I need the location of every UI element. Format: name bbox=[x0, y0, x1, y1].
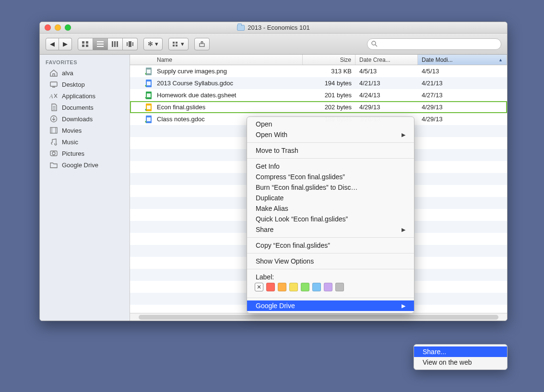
share-button[interactable] bbox=[194, 38, 210, 50]
file-modified: 4/21/13 bbox=[418, 80, 507, 87]
menu-item[interactable]: Share ▶ bbox=[247, 224, 414, 235]
sidebar-item-label: Movies bbox=[62, 127, 82, 134]
sidebar-item-documents[interactable]: Documents bbox=[40, 102, 130, 113]
svg-rect-8 bbox=[114, 41, 116, 47]
svg-rect-3 bbox=[86, 45, 88, 47]
folder-icon bbox=[237, 25, 245, 31]
view-mode-buttons bbox=[78, 38, 138, 50]
list-view-button[interactable] bbox=[93, 38, 108, 50]
file-modified: 4/27/13 bbox=[418, 92, 507, 99]
file-modified: 4/29/13 bbox=[418, 104, 507, 111]
svg-rect-43 bbox=[147, 117, 151, 121]
file-created: 4/24/13 bbox=[355, 92, 418, 99]
file-size: 201 bytes bbox=[303, 92, 355, 99]
label-color-swatch[interactable] bbox=[335, 283, 344, 291]
submenu-item-label: View on the web bbox=[423, 358, 472, 366]
folder-icon bbox=[49, 161, 58, 169]
label-color-swatch[interactable] bbox=[312, 283, 321, 291]
sidebar-item-label: Desktop bbox=[62, 81, 85, 88]
menu-item[interactable]: Burn “Econ final.gslides” to Disc… bbox=[247, 182, 414, 193]
column-header-size[interactable]: Size bbox=[303, 55, 355, 65]
menu-separator bbox=[247, 158, 414, 159]
file-icon bbox=[144, 67, 153, 76]
label-color-swatch[interactable] bbox=[289, 283, 298, 291]
sidebar-item-label: Pictures bbox=[62, 150, 84, 157]
svg-point-18 bbox=[372, 41, 376, 45]
coverflow-view-button[interactable] bbox=[123, 38, 138, 50]
menu-item-label: Get Info bbox=[256, 162, 280, 170]
label-color-swatch[interactable] bbox=[324, 283, 332, 291]
sidebar-item-applications[interactable]: A Applications bbox=[40, 90, 130, 102]
icon-view-button[interactable] bbox=[78, 38, 93, 50]
file-name: 2013 Course Syllabus.gdoc bbox=[157, 80, 233, 87]
arrange-menu-button[interactable]: ▾ bbox=[168, 38, 189, 50]
menu-item[interactable]: Compress “Econ final.gslides” bbox=[247, 172, 414, 182]
minimize-icon[interactable] bbox=[55, 24, 61, 31]
submenu-arrow-icon: ▶ bbox=[402, 303, 405, 309]
table-row[interactable]: 2013 Course Syllabus.gdoc 194 bytes 4/21… bbox=[130, 77, 507, 89]
file-created: 4/5/13 bbox=[355, 68, 418, 75]
file-created: 4/21/13 bbox=[355, 80, 418, 87]
svg-rect-1 bbox=[86, 41, 88, 44]
svg-rect-20 bbox=[50, 82, 57, 86]
label-color-swatch[interactable] bbox=[266, 283, 275, 291]
menu-item[interactable]: Make Alias bbox=[247, 203, 414, 214]
menu-item[interactable]: Show View Options bbox=[247, 256, 414, 266]
menu-item[interactable]: Copy “Econ final.gslides” bbox=[247, 240, 414, 251]
menu-item[interactable]: Open With ▶ bbox=[247, 129, 414, 140]
column-header-modified[interactable]: Date Modi... ▲ bbox=[418, 55, 507, 65]
menu-label-header: Label: bbox=[247, 272, 414, 281]
sidebar-item-label: Documents bbox=[62, 104, 94, 111]
menu-item[interactable]: Open bbox=[247, 119, 414, 129]
window-title: 2013 - Economics 101 bbox=[248, 24, 309, 31]
column-header-name[interactable]: Name bbox=[130, 55, 303, 65]
horizontal-scrollbar[interactable] bbox=[130, 313, 507, 321]
svg-rect-12 bbox=[132, 42, 133, 46]
sidebar-item-home[interactable]: alva bbox=[40, 67, 130, 79]
label-color-swatch[interactable] bbox=[278, 283, 286, 291]
close-icon[interactable] bbox=[45, 24, 51, 31]
submenu-arrow-icon: ▶ bbox=[402, 132, 405, 138]
sidebar-item-label: Downloads bbox=[62, 115, 93, 123]
forward-button[interactable]: ▶ bbox=[59, 38, 72, 50]
table-row[interactable]: Supply curve images.png 313 KB 4/5/13 4/… bbox=[130, 65, 507, 77]
file-name: Homework due dates.gsheet bbox=[157, 92, 236, 99]
menu-item[interactable]: Google Drive ▶ bbox=[247, 300, 414, 311]
column-view-button[interactable] bbox=[108, 38, 123, 50]
file-size: 194 bytes bbox=[303, 80, 355, 87]
svg-rect-13 bbox=[173, 42, 175, 44]
action-menu-button[interactable]: ✻ ▾ bbox=[143, 38, 163, 50]
svg-rect-14 bbox=[176, 42, 177, 44]
sidebar-item-desktop[interactable]: Desktop bbox=[40, 79, 130, 90]
menu-item[interactable]: Quick Look “Econ final.gslides” bbox=[247, 214, 414, 224]
sidebar-item-google-drive[interactable]: Google Drive bbox=[40, 159, 130, 171]
submenu-item-label: Share... bbox=[423, 348, 446, 356]
sidebar-item-movies[interactable]: Movies bbox=[40, 125, 130, 136]
submenu-item[interactable]: View on the web bbox=[414, 357, 507, 368]
sidebar-item-label: Google Drive bbox=[62, 161, 98, 169]
sidebar-header: FAVORITES bbox=[40, 58, 130, 67]
sidebar-item-label: Applications bbox=[62, 92, 95, 100]
back-button[interactable]: ◀ bbox=[46, 38, 59, 50]
menu-item[interactable]: Duplicate bbox=[247, 193, 414, 203]
file-size: 313 KB bbox=[303, 68, 355, 75]
column-header-created[interactable]: Date Crea... bbox=[355, 55, 418, 65]
svg-rect-7 bbox=[112, 41, 113, 47]
search-input[interactable] bbox=[367, 38, 501, 50]
file-icon bbox=[144, 91, 153, 100]
sidebar-item-music[interactable]: Music bbox=[40, 136, 130, 148]
label-color-swatch[interactable] bbox=[301, 283, 309, 291]
menu-item[interactable]: Move to Trash bbox=[247, 145, 414, 156]
menu-item[interactable]: Get Info bbox=[247, 161, 414, 172]
submenu-item[interactable]: Share... bbox=[414, 346, 507, 357]
sidebar-item-downloads[interactable]: Downloads bbox=[40, 113, 130, 125]
svg-rect-35 bbox=[147, 69, 151, 73]
zoom-icon[interactable] bbox=[65, 24, 71, 31]
table-row[interactable]: Econ final.gslides 202 bytes 4/29/13 4/2… bbox=[130, 101, 507, 113]
menu-item-label: Move to Trash bbox=[256, 147, 298, 154]
label-clear-button[interactable]: ✕ bbox=[255, 283, 263, 291]
sidebar-item-pictures[interactable]: Pictures bbox=[40, 148, 130, 159]
table-row[interactable]: Homework due dates.gsheet 201 bytes 4/24… bbox=[130, 89, 507, 101]
nav-buttons: ◀ ▶ bbox=[46, 38, 72, 50]
svg-rect-9 bbox=[117, 41, 118, 47]
